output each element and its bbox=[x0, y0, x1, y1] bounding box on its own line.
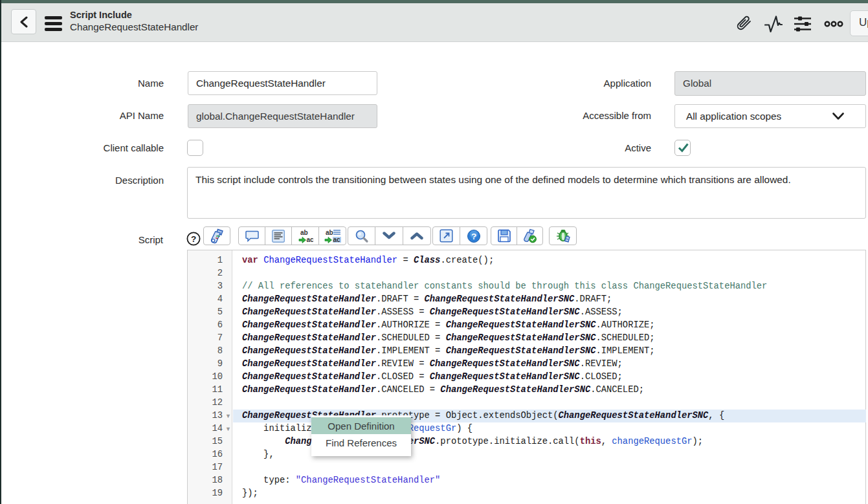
svg-text:ab: ab bbox=[326, 229, 333, 236]
svg-text:?: ? bbox=[471, 231, 476, 241]
svg-text:?: ? bbox=[191, 234, 196, 244]
svg-text:ab: ab bbox=[300, 229, 308, 236]
svg-text:ac: ac bbox=[306, 236, 313, 243]
svg-text:ac: ac bbox=[333, 236, 340, 243]
